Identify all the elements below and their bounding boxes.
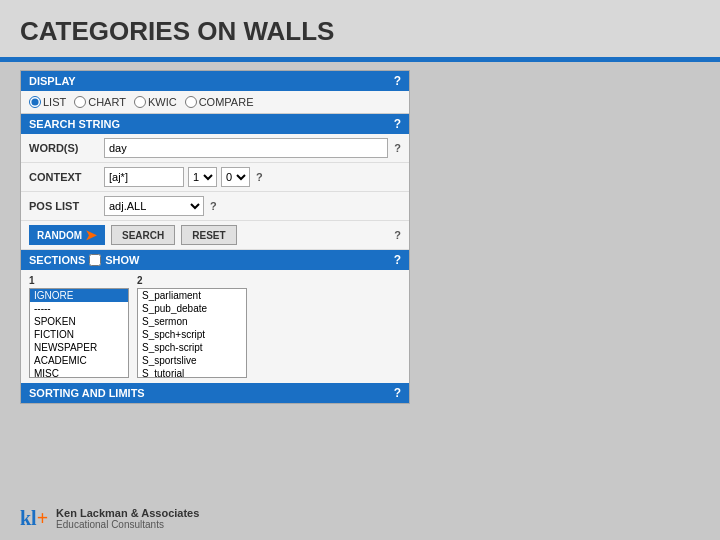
reset-button[interactable]: RESET (181, 225, 236, 245)
search-button[interactable]: SEARCH (111, 225, 175, 245)
list1-num: 1 (29, 275, 129, 286)
list-item[interactable]: SPOKEN (30, 315, 128, 328)
list-item[interactable]: S_pub_debate (138, 302, 246, 315)
sections-show-checkbox[interactable] (89, 254, 101, 266)
context-label: CONTEXT (29, 171, 104, 183)
blue-bar (0, 57, 720, 62)
sections-label: SECTIONS (29, 254, 85, 266)
kl-plus-icon: + (37, 507, 48, 529)
display-body: LIST CHART KWIC COMPARE (21, 91, 409, 114)
radio-list[interactable] (29, 96, 41, 108)
search-string-header: SEARCH STRING ? (21, 114, 409, 134)
random-arrow-icon: ➤ (85, 227, 97, 243)
context-input[interactable] (104, 167, 184, 187)
display-options: LIST CHART KWIC COMPARE (29, 96, 401, 108)
pos-label: POS LIST (29, 200, 104, 212)
list-item[interactable]: S_sermon (138, 315, 246, 328)
display-header: DISPLAY ? (21, 71, 409, 91)
word-label: WORD(S) (29, 142, 104, 154)
sorting-label: SORTING AND LIMITS (29, 387, 145, 399)
main-panel: DISPLAY ? LIST CHART KWIC COMPARE SEARCH… (20, 70, 410, 404)
sections-body: 1 IGNORE ----- SPOKEN FICTION NEWSPAPER … (21, 270, 409, 383)
list-item[interactable]: S_spch-script (138, 341, 246, 354)
word-help[interactable]: ? (394, 142, 401, 154)
footer: kl+ Ken Lackman & Associates Educational… (20, 507, 199, 530)
list-item[interactable]: ----- (30, 302, 128, 315)
list-item[interactable]: FICTION (30, 328, 128, 341)
pos-select[interactable]: adj.ALL noun.ALL verb.ALL (104, 196, 204, 216)
word-input[interactable] (104, 138, 388, 158)
sections-show-label: SHOW (105, 254, 139, 266)
list-item[interactable]: IGNORE (30, 289, 128, 302)
display-label: DISPLAY (29, 75, 76, 87)
context-select1[interactable]: 1 2 3 (188, 167, 217, 187)
pos-row: POS LIST adj.ALL noun.ALL verb.ALL ? (21, 192, 409, 221)
sections-header: SECTIONS SHOW ? (21, 250, 409, 270)
company-sub: Educational Consultants (56, 519, 199, 530)
radio-kwic[interactable] (134, 96, 146, 108)
sections-show-row: SECTIONS SHOW (29, 254, 139, 266)
display-help[interactable]: ? (394, 74, 401, 88)
list-item[interactable]: S_parliament (138, 289, 246, 302)
radio-chart[interactable] (74, 96, 86, 108)
search-string-help[interactable]: ? (394, 117, 401, 131)
search-string-label: SEARCH STRING (29, 118, 120, 130)
radio-list-label[interactable]: LIST (29, 96, 66, 108)
company-name: Ken Lackman & Associates (56, 507, 199, 519)
random-button[interactable]: RANDOM ➤ (29, 225, 105, 245)
kl-logo-container: kl+ (20, 507, 48, 530)
radio-kwic-label[interactable]: KWIC (134, 96, 177, 108)
list1-box[interactable]: IGNORE ----- SPOKEN FICTION NEWSPAPER AC… (29, 288, 129, 378)
list-item[interactable]: ACADEMIC (30, 354, 128, 367)
context-help[interactable]: ? (256, 171, 263, 183)
kl-logo: kl+ (20, 507, 48, 529)
radio-compare-label[interactable]: COMPARE (185, 96, 254, 108)
list-item[interactable]: S_tutorial (138, 367, 246, 378)
random-label: RANDOM (37, 230, 82, 241)
word-row: WORD(S) ? (21, 134, 409, 163)
list-item[interactable]: MISC (30, 367, 128, 378)
list2-num: 2 (137, 275, 247, 286)
random-help[interactable]: ? (394, 229, 401, 241)
list-item[interactable]: NEWSPAPER (30, 341, 128, 354)
page-title: CATEGORIES ON WALLS (0, 0, 720, 57)
sorting-help[interactable]: ? (394, 386, 401, 400)
list1-container: 1 IGNORE ----- SPOKEN FICTION NEWSPAPER … (29, 275, 129, 378)
random-row: RANDOM ➤ SEARCH RESET ? (21, 221, 409, 250)
radio-chart-label[interactable]: CHART (74, 96, 126, 108)
list2-box[interactable]: S_parliament S_pub_debate S_sermon S_spc… (137, 288, 247, 378)
pos-help[interactable]: ? (210, 200, 217, 212)
radio-compare[interactable] (185, 96, 197, 108)
list-item[interactable]: S_sportslive (138, 354, 246, 367)
context-select2[interactable]: 0 1 2 (221, 167, 250, 187)
context-row: CONTEXT 1 2 3 0 1 2 ? (21, 163, 409, 192)
list-item[interactable]: S_spch+script (138, 328, 246, 341)
company-info: Ken Lackman & Associates Educational Con… (56, 507, 199, 530)
sorting-header: SORTING AND LIMITS ? (21, 383, 409, 403)
list2-container: 2 S_parliament S_pub_debate S_sermon S_s… (137, 275, 247, 378)
sections-help[interactable]: ? (394, 253, 401, 267)
